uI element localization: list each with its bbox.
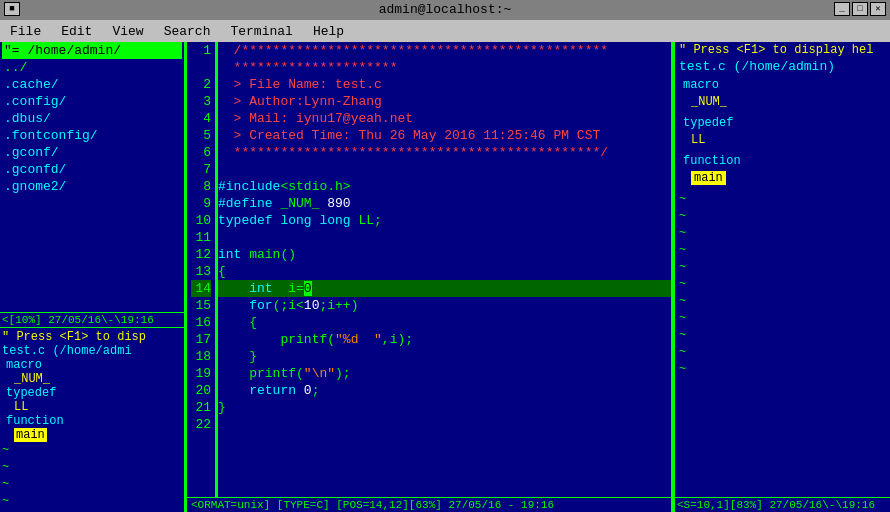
file-item-home[interactable]: "= /home/admin/ [2,42,182,59]
menu-file[interactable]: File [4,23,47,40]
maximize-button[interactable]: □ [852,2,868,16]
code-line-12: int main() [218,246,671,263]
file-item-gconfd[interactable]: .gconfd/ [2,161,182,178]
line-numbers: 1 x 2 3 4 5 6 7 8 9 10 11 12 13 14 15 16… [187,42,215,497]
minimize-button[interactable]: _ [834,2,850,16]
right-filename: test.c (/home/admin) [675,58,890,75]
code-line-1: /***************************************… [218,42,671,59]
menu-search[interactable]: Search [158,23,217,40]
middle-status-bar: <ORMAT=unix] [TYPE=C] [POS=14,12][63%] 2… [187,497,671,512]
right-num: _NUM_ [691,94,886,111]
right-outline-items: macro _NUM_ typedef LL function main ~~~… [675,75,890,497]
titlebar-title: admin@localhost:~ [379,2,512,17]
left-outline: " Press <F1> to disp test.c (/home/admi … [0,327,184,512]
right-function: function [683,153,886,170]
code-line-6: ****************************************… [218,144,671,161]
file-item-fontconfig[interactable]: .fontconfig/ [2,127,182,144]
code-line-8: #include<stdio.h> [218,178,671,195]
right-main: main [691,170,886,187]
code-line-20: return 0; [218,382,671,399]
menu-terminal[interactable]: Terminal [224,23,298,40]
code-line-10: typedef long long LL; [218,212,671,229]
right-status-bar: <S=10,1][83%] 27/05/16\-\19:16 [675,497,890,512]
code-line-4: > Mail: iynu17@yeah.net [218,110,671,127]
left-panel: "= /home/admin/ ../ .cache/ .config/ .db… [0,42,185,512]
left-outline-function: function [6,414,182,428]
left-outline-macro: macro [6,358,182,372]
titlebar-icon: ■ [4,2,20,16]
close-button[interactable]: ✕ [870,2,886,16]
left-outline-ll: LL [14,400,182,414]
code-content[interactable]: /***************************************… [218,42,671,497]
code-line-21: } [218,399,671,416]
file-item-gconf[interactable]: .gconf/ [2,144,182,161]
right-tildes: ~~~~~~~~~~~ [679,191,886,378]
left-outline-typedef: typedef [6,386,182,400]
file-item-dbus[interactable]: .dbus/ [2,110,182,127]
code-line-1b: ********************* [218,59,671,76]
code-line-11 [218,229,671,246]
code-line-18: } [218,348,671,365]
titlebar: ■ admin@localhost:~ _ □ ✕ [0,0,890,20]
menubar: File Edit View Search Terminal Help [0,20,890,42]
left-outline-num: _NUM_ [14,372,182,386]
code-line-7 [218,161,671,178]
code-line-19: printf("\n"); [218,365,671,382]
middle-status-text: <ORMAT=unix] [TYPE=C] [POS=14,12][63%] 2… [191,499,554,511]
code-line-15: for(;i<10;i++) [218,297,671,314]
right-panel: " Press <F1> to display hel test.c (/hom… [675,42,890,512]
code-editor[interactable]: 1 x 2 3 4 5 6 7 8 9 10 11 12 13 14 15 16… [187,42,673,512]
code-line-3: > Author:Lynn-Zhang [218,93,671,110]
code-line-22 [218,416,671,433]
menu-view[interactable]: View [106,23,149,40]
left-tildes: ~~~~ [2,442,182,510]
right-ll: LL [691,132,886,149]
code-line-5: > Created Time: Thu 26 May 2016 11:25:46… [218,127,671,144]
menu-help[interactable]: Help [307,23,350,40]
menu-edit[interactable]: Edit [55,23,98,40]
main-content: "= /home/admin/ ../ .cache/ .config/ .db… [0,42,890,512]
window-controls: _ □ ✕ [834,2,886,16]
code-line-9: #define _NUM_ 890 [218,195,671,212]
left-outline-file: test.c (/home/admi [2,344,182,358]
right-macro: macro [683,77,886,94]
left-status-bar: <[10%] 27/05/16\-\19:16 [0,312,184,327]
code-area: 1 x 2 3 4 5 6 7 8 9 10 11 12 13 14 15 16… [187,42,671,497]
left-outline-main: main [14,428,182,442]
code-line-2: > File Name: test.c [218,76,671,93]
code-line-13: { [218,263,671,280]
file-item-gnome2[interactable]: .gnome2/ [2,178,182,195]
file-browser: "= /home/admin/ ../ .cache/ .config/ .db… [0,42,184,312]
code-line-16: { [218,314,671,331]
right-press-msg: " Press <F1> to display hel [675,42,890,58]
right-status-text: <S=10,1][83%] 27/05/16\-\19:16 [677,499,875,511]
right-typedef: typedef [683,115,886,132]
code-line-17: printf("%d ",i); [218,331,671,348]
left-status-text: <[10%] 27/05/16\-\19:16 [2,314,154,326]
code-line-14: int i=0 [218,280,671,297]
file-item-cache[interactable]: .cache/ [2,76,182,93]
file-item-config[interactable]: .config/ [2,93,182,110]
left-press-msg: " Press <F1> to disp [2,330,182,344]
file-item-parent[interactable]: ../ [2,59,182,76]
